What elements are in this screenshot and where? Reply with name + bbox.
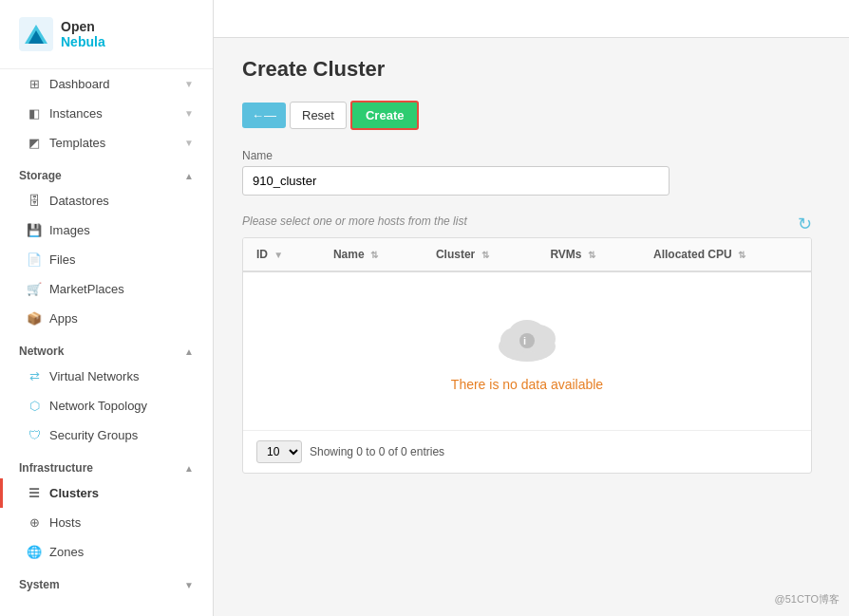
datastores-icon: 🗄: [27, 194, 42, 208]
sidebar-label-virtual-networks: Virtual Networks: [49, 369, 139, 383]
sidebar-label-clusters: Clusters: [49, 486, 99, 500]
sort-cluster-icon: ⇅: [481, 250, 489, 260]
reset-button[interactable]: Reset: [290, 102, 347, 129]
sidebar-section-infrastructure-label: Infrastructure: [19, 461, 93, 475]
opennebula-logo-icon: [19, 17, 53, 51]
chevron-down-icon: ▼: [184, 79, 194, 89]
main-content: Create Cluster ←— Reset Create Name Plea…: [214, 0, 849, 616]
sidebar-label-network-topology: Network Topology: [49, 399, 147, 413]
col-rvms-label: RVMs: [550, 248, 581, 261]
sidebar-section-system[interactable]: System ▼: [0, 567, 213, 595]
sidebar-label-instances: Instances: [49, 106, 103, 121]
back-arrow-icon: ←—: [252, 108, 276, 122]
sidebar-label-images: Images: [49, 223, 90, 237]
sidebar-section-storage-label: Storage: [19, 169, 62, 182]
instances-icon: ◧: [27, 106, 42, 121]
files-icon: 📄: [27, 252, 42, 267]
create-button[interactable]: Create: [350, 101, 419, 130]
chevron-down-icon: ▼: [184, 108, 194, 119]
hosts-table-container: ID ▼ Name ⇅ Cluster ⇅: [242, 237, 812, 474]
sidebar-item-dashboard[interactable]: ⊞ Dashboard ▼: [0, 69, 213, 99]
sidebar-section-network[interactable]: Network ▲: [0, 333, 213, 362]
templates-icon: ◩: [27, 136, 42, 150]
sidebar: Open Nebula ⊞ Dashboard ▼ ◧ Instances ▼ …: [0, 0, 214, 616]
sidebar-label-marketplaces: MarketPlaces: [49, 282, 124, 296]
page-title: Create Cluster: [242, 57, 821, 82]
toolbar: ←— Reset Create: [242, 101, 821, 130]
sidebar-section-storage[interactable]: Storage ▲: [0, 158, 213, 186]
security-groups-icon: 🛡: [27, 428, 42, 442]
col-id[interactable]: ID ▼: [243, 238, 320, 271]
sidebar-item-clusters[interactable]: ☰ Clusters: [0, 478, 213, 508]
sidebar-item-zones[interactable]: 🌐 Zones: [0, 537, 213, 567]
logo-text: Open Nebula: [61, 19, 105, 49]
sort-cpu-icon: ⇅: [738, 250, 745, 260]
zones-icon: 🌐: [27, 545, 42, 559]
sidebar-label-datastores: Datastores: [49, 194, 109, 208]
col-allocated-cpu[interactable]: Allocated CPU ⇅: [640, 238, 811, 271]
sort-rvms-icon: ⇅: [588, 250, 595, 260]
network-chevron-icon: ▲: [184, 346, 194, 357]
showing-text: Showing 0 to 0 of 0 entries: [310, 445, 444, 458]
storage-chevron-icon: ▲: [184, 171, 194, 181]
hosts-icon: ⊕: [27, 515, 42, 530]
sidebar-label-security-groups: Security Groups: [49, 428, 138, 442]
col-id-label: ID: [256, 248, 268, 261]
no-data-cloud-icon: i: [489, 310, 565, 367]
refresh-button[interactable]: ↻: [798, 214, 812, 234]
sidebar-item-marketplaces[interactable]: 🛒 MarketPlaces: [0, 274, 213, 304]
watermark: @51CTO博客: [775, 592, 840, 607]
sidebar-section-network-label: Network: [19, 345, 64, 358]
hosts-hint: Please select one or more hosts from the…: [242, 215, 467, 228]
sidebar-label-apps: Apps: [49, 311, 78, 326]
sidebar-item-images[interactable]: 💾 Images: [0, 215, 213, 245]
back-button[interactable]: ←—: [242, 103, 286, 128]
sidebar-label-files: Files: [49, 252, 75, 267]
svg-text:i: i: [523, 335, 526, 346]
per-page-select[interactable]: 10 25 50: [256, 440, 302, 463]
col-name-label: Name: [333, 248, 365, 261]
top-bar: [214, 0, 849, 38]
sidebar-label-dashboard: Dashboard: [49, 77, 110, 91]
sidebar-item-datastores[interactable]: 🗄 Datastores: [0, 186, 213, 215]
marketplaces-icon: 🛒: [27, 282, 42, 296]
sort-name-icon: ⇅: [370, 250, 378, 260]
name-field-group: Name: [242, 149, 821, 196]
hosts-section: Please select one or more hosts from the…: [242, 215, 821, 474]
table-footer: 10 25 50 Showing 0 to 0 of 0 entries: [243, 430, 811, 473]
sidebar-item-virtual-networks[interactable]: ⇄ Virtual Networks: [0, 362, 213, 391]
name-input[interactable]: [242, 166, 670, 196]
clusters-icon: ☰: [27, 486, 42, 500]
logo: Open Nebula: [0, 0, 213, 69]
col-rvms[interactable]: RVMs ⇅: [537, 238, 640, 271]
system-chevron-icon: ▼: [184, 580, 194, 590]
sidebar-label-hosts: Hosts: [49, 515, 81, 530]
col-cluster[interactable]: Cluster ⇅: [423, 238, 537, 271]
chevron-down-icon: ▼: [184, 138, 194, 148]
sidebar-item-security-groups[interactable]: 🛡 Security Groups: [0, 420, 213, 450]
no-data-container: i There is no data available: [243, 272, 811, 430]
virtual-networks-icon: ⇄: [27, 369, 42, 383]
images-icon: 💾: [27, 223, 42, 237]
hosts-table: ID ▼ Name ⇅ Cluster ⇅: [243, 238, 811, 430]
sidebar-item-apps[interactable]: 📦 Apps: [0, 304, 213, 333]
svg-point-5: [519, 333, 535, 348]
sidebar-item-network-topology[interactable]: ⬡ Network Topology: [0, 391, 213, 420]
sidebar-item-hosts[interactable]: ⊕ Hosts: [0, 508, 213, 537]
sidebar-item-files[interactable]: 📄 Files: [0, 245, 213, 274]
sidebar-item-templates[interactable]: ◩ Templates ▼: [0, 128, 213, 158]
content-area: Create Cluster ←— Reset Create Name Plea…: [214, 38, 849, 493]
apps-icon: 📦: [27, 311, 42, 326]
sidebar-section-infrastructure[interactable]: Infrastructure ▲: [0, 450, 213, 478]
sidebar-label-templates: Templates: [49, 136, 105, 150]
infrastructure-chevron-icon: ▲: [184, 463, 194, 474]
sidebar-item-instances[interactable]: ◧ Instances ▼: [0, 99, 213, 128]
name-label: Name: [242, 149, 821, 162]
col-cluster-label: Cluster: [436, 248, 475, 261]
network-topology-icon: ⬡: [27, 399, 42, 413]
col-name[interactable]: Name ⇅: [320, 238, 423, 271]
no-data-text: There is no data available: [451, 377, 603, 392]
col-allocated-cpu-label: Allocated CPU: [653, 248, 732, 261]
sidebar-section-system-label: System: [19, 578, 60, 591]
dashboard-icon: ⊞: [27, 77, 42, 91]
